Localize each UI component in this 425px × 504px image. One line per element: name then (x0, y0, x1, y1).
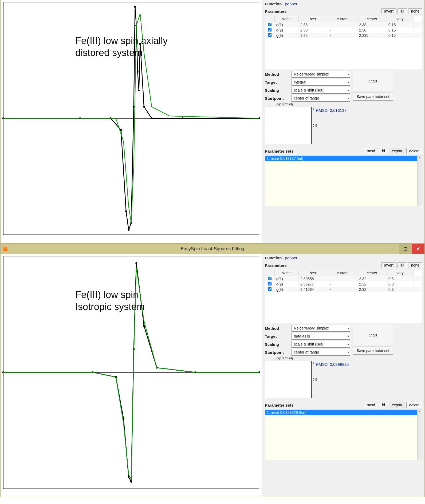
scrollbar[interactable]: ▴ (417, 156, 422, 206)
cell-name: g(1) (275, 22, 299, 27)
col-best[interactable]: best (299, 270, 328, 276)
col-current[interactable]: current (328, 16, 357, 22)
vary-checkbox[interactable] (268, 28, 272, 32)
titlebar[interactable]: EasySpin Least-Squares Fitting — ☐ ✕ (1, 244, 424, 254)
cell-name: g(2) (275, 27, 299, 33)
svg-point-24 (130, 481, 132, 482)
invert-button[interactable]: invert (381, 262, 396, 268)
vary-checkbox[interactable] (268, 282, 272, 286)
table-row[interactable]: g(1)2.38-2.380.15 (265, 22, 422, 27)
cell-vary: 0.15 (387, 22, 414, 27)
list-item[interactable]: 1. rmsd 0.613137 (int) (265, 156, 422, 161)
target-label: Target (265, 80, 292, 85)
parameter-sets-list[interactable]: 1. rmsd 0.0399826 (fcn) ▴ (265, 410, 422, 460)
vary-checkbox[interactable] (268, 287, 272, 291)
col-center[interactable]: center (357, 270, 387, 276)
method-dropdown[interactable]: Nelder/Mead simplex▾ (292, 71, 350, 78)
cell-current: - (328, 27, 357, 33)
maximize-button[interactable]: ☐ (399, 244, 412, 254)
cell-center: 2.32 (357, 281, 387, 287)
rmsd-plot: log10(rmsd) 1 0.5 0 (265, 361, 312, 398)
cell-name: g(1) (275, 276, 299, 281)
fitting-window-top: Fe(III) low spin axially distored system… (0, 0, 425, 243)
rmsd-plot-title: log10(rmsd) (276, 102, 293, 106)
cell-vary: 0.15 (387, 27, 414, 33)
col-name[interactable]: Name (275, 270, 299, 276)
svg-point-16 (182, 117, 183, 119)
save-parameter-set-button[interactable]: Save parameter set (353, 347, 393, 355)
parameters-table: Name best current center vary g(1)2.3065… (265, 270, 422, 323)
vary-checkbox[interactable] (268, 277, 272, 280)
col-current[interactable]: current (328, 270, 357, 276)
fitting-window-bottom: EasySpin Least-Squares Fitting — ☐ ✕ Fe(… (0, 243, 425, 497)
table-row[interactable]: g(3)2.41634-2.320.3 (265, 287, 422, 292)
rmsd-button[interactable]: rmsd (364, 148, 378, 154)
rmsd-plot: log10(rmsd) 1 0.5 0 (265, 107, 312, 144)
table-row[interactable]: g(2)2.38-2.380.15 (265, 27, 422, 33)
svg-point-26 (135, 262, 137, 264)
export-button[interactable]: export (389, 148, 405, 154)
svg-point-15 (151, 117, 153, 119)
cell-name: g(3) (275, 287, 299, 292)
target-dropdown[interactable]: integral▾ (292, 79, 350, 86)
startpoint-dropdown[interactable]: center of range▾ (292, 95, 350, 102)
start-button[interactable]: Start (353, 325, 393, 345)
cell-best: 2.25 (299, 33, 328, 38)
col-center[interactable]: center (357, 16, 387, 22)
plot-annotation: Fe(III) low spin axially distored system (75, 35, 168, 59)
scaling-dropdown[interactable]: scale & shift (lsq0)▾ (292, 87, 350, 94)
rmsd-button[interactable]: rmsd (364, 402, 378, 408)
all-button[interactable]: all (398, 8, 407, 14)
svg-point-12 (138, 90, 140, 92)
cell-current: - (328, 281, 357, 287)
cell-current: - (328, 276, 357, 281)
col-name[interactable]: Name (275, 16, 299, 22)
app-icon (3, 247, 7, 251)
scrollbar[interactable]: ▴ (417, 410, 422, 460)
cell-center: 2.32 (357, 276, 387, 281)
col-best[interactable]: best (299, 16, 328, 22)
minimize-button[interactable]: — (386, 244, 399, 254)
vary-checkbox[interactable] (268, 23, 272, 26)
delete-button[interactable]: delete (406, 402, 422, 408)
chevron-up-icon: ▴ (418, 410, 422, 413)
delete-button[interactable]: delete (406, 148, 422, 154)
start-button[interactable]: Start (353, 71, 393, 91)
method-dropdown[interactable]: Nelder/Mead simplex▾ (292, 325, 350, 332)
all-button[interactable]: all (398, 262, 407, 268)
rmsd-plot-title: log10(rmsd) (276, 356, 293, 360)
target-label: Target (265, 334, 292, 339)
target-dropdown[interactable]: data as is▾ (292, 333, 350, 340)
chevron-down-icon: ▾ (348, 335, 349, 338)
export-button[interactable]: export (389, 402, 405, 408)
none-button[interactable]: none (408, 262, 422, 268)
cell-center: 2.38 (357, 22, 387, 27)
cell-best: 2.38 (299, 27, 328, 33)
table-row[interactable]: g(1)2.30656-2.320.3 (265, 276, 422, 281)
table-row[interactable]: g(2)2.36277-2.320.3 (265, 281, 422, 287)
none-button[interactable]: none (408, 8, 422, 14)
startpoint-label: Startpoint (265, 350, 292, 355)
parameter-sets-list[interactable]: 1. rmsd 0.613137 (int) ▴ (265, 156, 422, 206)
rmsd-value: RMSD: 0.613137 (316, 108, 347, 113)
id-button[interactable]: id (379, 148, 388, 154)
id-button[interactable]: id (379, 402, 388, 408)
list-item[interactable]: 1. rmsd 0.0399826 (fcn) (265, 410, 422, 415)
invert-button[interactable]: invert (381, 8, 396, 14)
save-parameter-set-button[interactable]: Save parameter set (353, 93, 393, 101)
function-value[interactable]: pepper (285, 2, 297, 6)
function-value[interactable]: pepper (285, 256, 297, 260)
col-vary[interactable]: vary (387, 270, 414, 276)
vary-checkbox[interactable] (268, 33, 272, 37)
close-button[interactable]: ✕ (412, 244, 424, 254)
parameter-sets-label: Parameter sets (265, 403, 294, 407)
cell-center: 2.235 (357, 33, 387, 38)
cell-vary: 0.3 (387, 281, 414, 287)
table-row[interactable]: g(3)2.25-2.2350.15 (265, 33, 422, 38)
scaling-dropdown[interactable]: scale & shift (lsq0)▾ (292, 341, 350, 348)
col-vary[interactable]: vary (387, 16, 414, 22)
chevron-down-icon: ▾ (348, 89, 349, 92)
chevron-down-icon: ▾ (348, 327, 349, 330)
startpoint-dropdown[interactable]: center of range▾ (292, 349, 350, 356)
cell-best: 2.30656 (299, 276, 328, 281)
